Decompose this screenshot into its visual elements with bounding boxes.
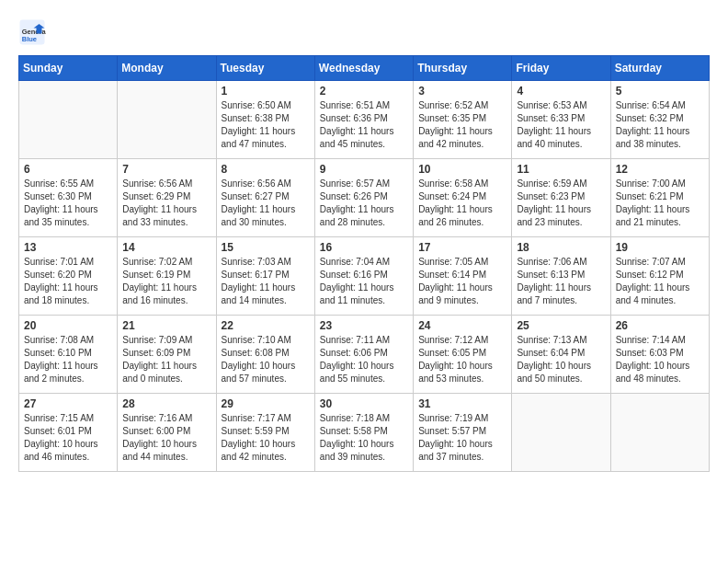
day-number: 10 xyxy=(418,163,506,176)
day-number: 8 xyxy=(222,163,310,176)
calendar-cell: 4Sunrise: 6:53 AMSunset: 6:33 PMDaylight… xyxy=(512,81,610,159)
day-number: 12 xyxy=(616,163,704,176)
page-header: General Blue xyxy=(18,18,710,46)
calendar-body: 1Sunrise: 6:50 AMSunset: 6:38 PMDaylight… xyxy=(19,81,710,472)
calendar-cell: 15Sunrise: 7:03 AMSunset: 6:17 PMDayligh… xyxy=(216,237,314,316)
day-number: 21 xyxy=(122,319,210,332)
calendar-cell: 22Sunrise: 7:10 AMSunset: 6:08 PMDayligh… xyxy=(216,316,314,394)
svg-text:Blue: Blue xyxy=(22,35,37,43)
day-header-sunday: Sunday xyxy=(19,56,118,81)
day-detail: Sunrise: 7:16 AMSunset: 6:00 PMDaylight:… xyxy=(122,412,210,464)
day-detail: Sunrise: 7:15 AMSunset: 6:01 PMDaylight:… xyxy=(24,412,112,464)
calendar-cell: 30Sunrise: 7:18 AMSunset: 5:58 PMDayligh… xyxy=(314,394,413,472)
day-detail: Sunrise: 6:50 AMSunset: 6:38 PMDaylight:… xyxy=(222,99,310,151)
calendar-cell xyxy=(512,394,610,472)
day-detail: Sunrise: 7:19 AMSunset: 5:57 PMDaylight:… xyxy=(418,412,506,464)
week-row-5: 27Sunrise: 7:15 AMSunset: 6:01 PMDayligh… xyxy=(19,394,710,472)
calendar-cell: 27Sunrise: 7:15 AMSunset: 6:01 PMDayligh… xyxy=(19,394,118,472)
calendar-cell: 20Sunrise: 7:08 AMSunset: 6:10 PMDayligh… xyxy=(19,316,118,394)
calendar-cell: 13Sunrise: 7:01 AMSunset: 6:20 PMDayligh… xyxy=(19,237,118,316)
day-number: 7 xyxy=(122,163,210,176)
day-header-wednesday: Wednesday xyxy=(314,56,413,81)
day-detail: Sunrise: 7:07 AMSunset: 6:12 PMDaylight:… xyxy=(616,256,704,307)
day-detail: Sunrise: 7:18 AMSunset: 5:58 PMDaylight:… xyxy=(320,412,408,464)
day-detail: Sunrise: 7:01 AMSunset: 6:20 PMDaylight:… xyxy=(24,256,112,307)
calendar-cell: 16Sunrise: 7:04 AMSunset: 6:16 PMDayligh… xyxy=(314,237,413,316)
day-number: 3 xyxy=(418,85,506,98)
day-number: 11 xyxy=(517,163,605,176)
day-detail: Sunrise: 7:00 AMSunset: 6:21 PMDaylight:… xyxy=(616,178,704,229)
day-detail: Sunrise: 6:55 AMSunset: 6:30 PMDaylight:… xyxy=(24,178,112,229)
day-header-monday: Monday xyxy=(118,56,216,81)
calendar-cell xyxy=(19,81,118,159)
day-header-thursday: Thursday xyxy=(414,56,512,81)
day-number: 14 xyxy=(122,241,210,254)
calendar-cell: 9Sunrise: 6:57 AMSunset: 6:26 PMDaylight… xyxy=(314,159,413,237)
calendar-cell: 7Sunrise: 6:56 AMSunset: 6:29 PMDaylight… xyxy=(118,159,216,237)
day-number: 6 xyxy=(24,163,112,176)
week-row-3: 13Sunrise: 7:01 AMSunset: 6:20 PMDayligh… xyxy=(19,237,710,316)
day-header-tuesday: Tuesday xyxy=(216,56,314,81)
day-detail: Sunrise: 7:08 AMSunset: 6:10 PMDaylight:… xyxy=(24,334,112,385)
calendar-cell xyxy=(610,394,709,472)
day-detail: Sunrise: 7:02 AMSunset: 6:19 PMDaylight:… xyxy=(122,256,210,307)
calendar-header: SundayMondayTuesdayWednesdayThursdayFrid… xyxy=(19,56,710,81)
day-number: 28 xyxy=(122,397,210,410)
calendar-cell: 17Sunrise: 7:05 AMSunset: 6:14 PMDayligh… xyxy=(414,237,512,316)
day-number: 16 xyxy=(320,241,408,254)
day-number: 24 xyxy=(418,319,506,332)
calendar-cell: 21Sunrise: 7:09 AMSunset: 6:09 PMDayligh… xyxy=(118,316,216,394)
day-detail: Sunrise: 6:54 AMSunset: 6:32 PMDaylight:… xyxy=(616,99,704,151)
calendar-cell: 28Sunrise: 7:16 AMSunset: 6:00 PMDayligh… xyxy=(118,394,216,472)
day-number: 23 xyxy=(320,319,408,332)
day-number: 30 xyxy=(320,397,408,410)
day-detail: Sunrise: 6:57 AMSunset: 6:26 PMDaylight:… xyxy=(320,178,408,229)
day-detail: Sunrise: 7:12 AMSunset: 6:05 PMDaylight:… xyxy=(418,334,506,385)
day-detail: Sunrise: 7:03 AMSunset: 6:17 PMDaylight:… xyxy=(222,256,310,307)
calendar-cell: 24Sunrise: 7:12 AMSunset: 6:05 PMDayligh… xyxy=(414,316,512,394)
day-detail: Sunrise: 7:10 AMSunset: 6:08 PMDaylight:… xyxy=(222,334,310,385)
calendar-cell: 31Sunrise: 7:19 AMSunset: 5:57 PMDayligh… xyxy=(414,394,512,472)
header-row: SundayMondayTuesdayWednesdayThursdayFrid… xyxy=(19,56,710,81)
logo-icon: General Blue xyxy=(18,18,46,46)
calendar-cell: 8Sunrise: 6:56 AMSunset: 6:27 PMDaylight… xyxy=(216,159,314,237)
day-detail: Sunrise: 7:04 AMSunset: 6:16 PMDaylight:… xyxy=(320,256,408,307)
week-row-1: 1Sunrise: 6:50 AMSunset: 6:38 PMDaylight… xyxy=(19,81,710,159)
calendar-cell: 23Sunrise: 7:11 AMSunset: 6:06 PMDayligh… xyxy=(314,316,413,394)
day-number: 26 xyxy=(616,319,704,332)
day-detail: Sunrise: 6:52 AMSunset: 6:35 PMDaylight:… xyxy=(418,99,506,151)
day-number: 4 xyxy=(517,85,605,98)
day-number: 9 xyxy=(320,163,408,176)
day-number: 1 xyxy=(222,85,310,98)
day-detail: Sunrise: 6:56 AMSunset: 6:27 PMDaylight:… xyxy=(222,178,310,229)
calendar-cell: 12Sunrise: 7:00 AMSunset: 6:21 PMDayligh… xyxy=(610,159,709,237)
calendar-cell xyxy=(118,81,216,159)
day-detail: Sunrise: 7:14 AMSunset: 6:03 PMDaylight:… xyxy=(616,334,704,385)
day-number: 25 xyxy=(517,319,605,332)
week-row-2: 6Sunrise: 6:55 AMSunset: 6:30 PMDaylight… xyxy=(19,159,710,237)
day-number: 2 xyxy=(320,85,408,98)
day-number: 27 xyxy=(24,397,112,410)
calendar-cell: 11Sunrise: 6:59 AMSunset: 6:23 PMDayligh… xyxy=(512,159,610,237)
calendar-cell: 29Sunrise: 7:17 AMSunset: 5:59 PMDayligh… xyxy=(216,394,314,472)
day-number: 13 xyxy=(24,241,112,254)
day-number: 31 xyxy=(418,397,506,410)
day-detail: Sunrise: 6:53 AMSunset: 6:33 PMDaylight:… xyxy=(517,99,605,151)
day-detail: Sunrise: 7:13 AMSunset: 6:04 PMDaylight:… xyxy=(517,334,605,385)
calendar-cell: 19Sunrise: 7:07 AMSunset: 6:12 PMDayligh… xyxy=(610,237,709,316)
calendar-cell: 25Sunrise: 7:13 AMSunset: 6:04 PMDayligh… xyxy=(512,316,610,394)
calendar-cell: 26Sunrise: 7:14 AMSunset: 6:03 PMDayligh… xyxy=(610,316,709,394)
day-number: 15 xyxy=(222,241,310,254)
calendar-cell: 10Sunrise: 6:58 AMSunset: 6:24 PMDayligh… xyxy=(414,159,512,237)
calendar-cell: 5Sunrise: 6:54 AMSunset: 6:32 PMDaylight… xyxy=(610,81,709,159)
day-detail: Sunrise: 6:56 AMSunset: 6:29 PMDaylight:… xyxy=(122,178,210,229)
day-number: 29 xyxy=(222,397,310,410)
calendar-cell: 3Sunrise: 6:52 AMSunset: 6:35 PMDaylight… xyxy=(414,81,512,159)
day-number: 20 xyxy=(24,319,112,332)
week-row-4: 20Sunrise: 7:08 AMSunset: 6:10 PMDayligh… xyxy=(19,316,710,394)
day-detail: Sunrise: 7:17 AMSunset: 5:59 PMDaylight:… xyxy=(222,412,310,464)
day-detail: Sunrise: 7:06 AMSunset: 6:13 PMDaylight:… xyxy=(517,256,605,307)
day-number: 19 xyxy=(616,241,704,254)
day-number: 18 xyxy=(517,241,605,254)
day-number: 22 xyxy=(222,319,310,332)
